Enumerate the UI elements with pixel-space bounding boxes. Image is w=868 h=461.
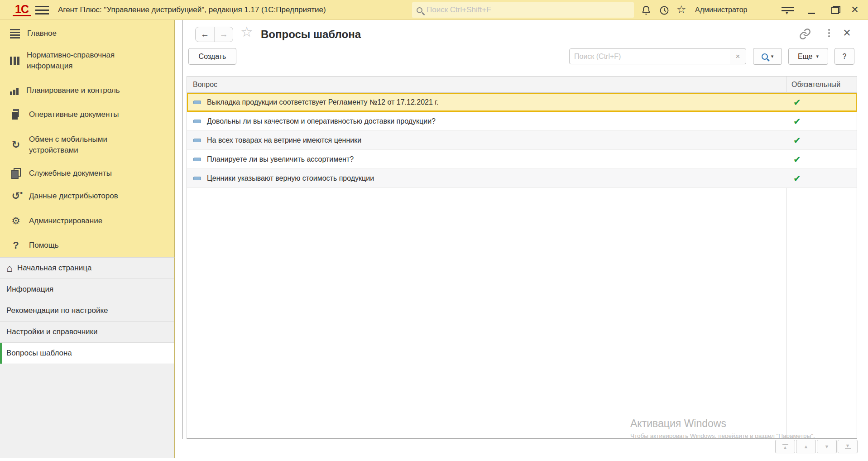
sidebar-item-administration[interactable]: ⚙ Администрирование: [0, 214, 174, 228]
chart-icon: [10, 86, 19, 95]
home-icon: ⌂: [6, 264, 13, 273]
window-titlebar: 1С Агент Плюс: "Управление дистрибуцией"…: [0, 0, 868, 20]
gear-icon: ⚙: [10, 215, 22, 227]
minimize-button[interactable]: [808, 13, 815, 14]
sections-panel: Главное Нормативно-справочная информация…: [0, 20, 175, 257]
columns-icon: [10, 57, 19, 65]
service-menu-icon[interactable]: [782, 7, 794, 11]
required-check-icon: ✔: [793, 116, 801, 126]
page-title: Вопросы шаблона: [261, 26, 361, 43]
forward-button[interactable]: →: [214, 27, 233, 42]
window-title: Агент Плюс: "Управление дистрибуцией", р…: [58, 0, 326, 20]
nav-item-information[interactable]: Информация: [0, 279, 174, 300]
required-check-icon: ✔: [793, 135, 801, 145]
triangle-up-icon: ▲: [783, 445, 788, 450]
current-user-menu[interactable]: Администратор: [695, 0, 747, 20]
search-icon: [762, 53, 768, 60]
required-check-icon: ✔: [793, 97, 801, 107]
list-item-icon: [193, 120, 201, 123]
table-row[interactable]: Выкладка продукции соответствует Регламе…: [187, 93, 857, 112]
main-menu-icon[interactable]: [35, 6, 49, 14]
copy-icon: [10, 168, 22, 179]
chevron-down-icon: ▾: [816, 53, 819, 59]
list-item-icon: [193, 139, 201, 142]
close-form-icon[interactable]: ×: [843, 25, 851, 40]
list-search-input[interactable]: [569, 48, 730, 64]
triangle-up-icon: ▲: [804, 444, 809, 449]
nav-item-template-questions[interactable]: Вопросы шаблона: [0, 343, 174, 364]
restore-window-button[interactable]: [831, 6, 840, 14]
triangle-down-icon: ▼: [845, 443, 850, 448]
back-button[interactable]: ←: [196, 27, 214, 42]
required-check-icon: ✔: [793, 154, 801, 164]
scroll-down-button[interactable]: ▼: [817, 440, 837, 453]
table-header: Вопрос Обязательный: [187, 77, 857, 93]
column-header-required[interactable]: Обязательный: [786, 77, 857, 92]
sidebar-item-planning-control[interactable]: Планирование и контроль: [0, 83, 174, 98]
table-row[interactable]: Ценники указывают верную стоимость проду…: [187, 169, 857, 188]
scroll-to-top-button[interactable]: ▲: [775, 440, 795, 453]
triangle-down-icon: ▼: [825, 444, 830, 449]
clear-search-icon[interactable]: ×: [730, 48, 746, 64]
list-item-icon: [193, 158, 201, 161]
table-row[interactable]: На всех товарах на ветрине имеются ценни…: [187, 131, 857, 150]
functions-panel: ⌂ Начальная страница Информация Рекоменд…: [0, 257, 175, 458]
history-icon[interactable]: [659, 5, 670, 16]
history-nav-buttons: ← →: [195, 27, 233, 42]
favorites-star-icon[interactable]: ☆: [676, 0, 686, 20]
nav-item-home[interactable]: ⌂ Начальная страница: [0, 258, 174, 279]
list-icon: [10, 29, 20, 38]
app-window: 1С Агент Плюс: "Управление дистрибуцией"…: [0, 0, 868, 461]
sync-icon: ↻: [10, 139, 22, 151]
documents-icon: [10, 109, 22, 120]
nav-item-setup-recommendations[interactable]: Рекомендации по настройке: [0, 300, 174, 322]
sidebar-item-operational-documents[interactable]: Оперативные документы: [0, 107, 174, 122]
global-search-input[interactable]: [422, 2, 634, 18]
list-scroll-buttons: ▲ ▲ ▼ ▼: [775, 440, 858, 453]
content-divider: [182, 20, 183, 439]
notifications-bell-icon[interactable]: [641, 5, 652, 16]
distributors-icon: ↺: [10, 190, 22, 202]
sidebar-item-mobile-exchange[interactable]: ↻ Обмен с мобильными устройствами: [0, 132, 174, 158]
sidebar-item-help[interactable]: ? Помощь: [0, 238, 174, 253]
global-search: [412, 2, 634, 18]
question-icon: ?: [10, 240, 22, 251]
help-button[interactable]: ?: [834, 48, 854, 65]
questions-table: Вопрос Обязательный Выкладка продукции с…: [187, 76, 857, 439]
search-settings-button[interactable]: ▾: [753, 48, 782, 65]
windows-activation-watermark: Активация Windows: [630, 418, 726, 430]
sidebar-item-distributors-data[interactable]: ↺ Данные дистрибьюторов: [0, 189, 174, 203]
more-button[interactable]: Еще ▾: [788, 48, 828, 65]
scroll-up-button[interactable]: ▲: [796, 440, 816, 453]
1c-logo: 1С: [13, 3, 31, 16]
chevron-down-icon: ▾: [771, 53, 774, 59]
scroll-to-bottom-button[interactable]: ▼: [838, 440, 858, 453]
nav-item-settings-references[interactable]: Настройки и справочники: [0, 322, 174, 343]
close-window-button[interactable]: ×: [851, 0, 858, 20]
search-icon: [417, 7, 422, 13]
column-header-question[interactable]: Вопрос: [187, 77, 786, 92]
sidebar-item-service-documents[interactable]: Служебные документы: [0, 166, 174, 181]
sidebar-item-main[interactable]: Главное: [0, 26, 174, 41]
required-check-icon: ✔: [793, 173, 801, 183]
list-item-icon: [193, 177, 201, 180]
get-link-icon[interactable]: [799, 28, 811, 40]
create-button[interactable]: Создать: [188, 48, 236, 65]
list-item-icon: [193, 101, 201, 104]
windows-activation-watermark-subtitle: Чтобы активировать Windows, перейдите в …: [630, 432, 815, 439]
sidebar-item-reference-info[interactable]: Нормативно-справочная информация: [0, 48, 174, 73]
add-favorite-star-icon[interactable]: ☆: [240, 24, 253, 40]
more-actions-dots-icon[interactable]: [828, 29, 830, 31]
table-row[interactable]: Довольны ли вы качеством и оперативность…: [187, 112, 857, 131]
table-row[interactable]: Планируете ли вы увеличить ассортимент? …: [187, 150, 857, 169]
